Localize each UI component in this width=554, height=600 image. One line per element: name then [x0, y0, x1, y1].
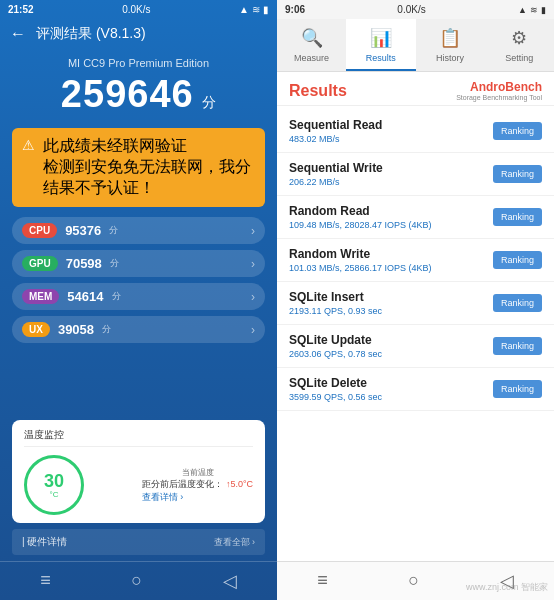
menu-icon[interactable]: ≡ [40, 570, 51, 592]
tab-history[interactable]: 📋 History [416, 19, 485, 71]
tab-setting[interactable]: ⚙ Setting [485, 19, 554, 71]
sqlite-insert-value: 2193.11 QPS, 0.93 sec [289, 306, 493, 316]
tab-measure[interactable]: 🔍 Measure [277, 19, 346, 71]
ux-score-value: 39058 [58, 322, 94, 337]
logo-andro: Andro [470, 80, 505, 94]
score-section: MI CC9 Pro Premium Edition 259646 分 [0, 49, 277, 128]
back-icon[interactable]: ◁ [223, 570, 237, 592]
hardware-label: | 硬件详情 [22, 535, 67, 549]
cpu-badge: CPU [22, 223, 57, 238]
temp-value: 30 [44, 472, 64, 490]
seq-read-value: 483.02 MB/s [289, 134, 493, 144]
seq-write-ranking-button[interactable]: Ranking [493, 165, 542, 183]
right-status-icons: ▲ ≋ ▮ [518, 5, 546, 15]
cpu-score-value: 95376 [65, 223, 101, 238]
sqlite-delete-value: 3599.59 QPS, 0.56 sec [289, 392, 493, 402]
right-home-icon[interactable]: ○ [408, 570, 419, 592]
androbench-logo: AndroBench Storage Benchmarking Tool [456, 80, 542, 101]
benchmark-random-read: Random Read 109.48 MB/s, 28028.47 IOPS (… [277, 196, 554, 239]
ux-badge: UX [22, 322, 50, 337]
cpu-score-item[interactable]: CPU 95376 分 › [12, 217, 265, 244]
benchmark-sequential-write: Sequential Write 206.22 MB/s Ranking [277, 153, 554, 196]
logo-subtitle: Storage Benchmarking Tool [456, 94, 542, 101]
benchmark-random-write: Random Write 101.03 MB/s, 25866.17 IOPS … [277, 239, 554, 282]
sqlite-update-value: 2603.06 QPS, 0.78 sec [289, 349, 493, 359]
left-time: 21:52 [8, 4, 34, 15]
history-icon: 📋 [439, 27, 461, 49]
mem-badge: MEM [22, 289, 59, 304]
ux-chevron-icon: › [251, 323, 255, 337]
sqlite-update-ranking-button[interactable]: Ranking [493, 337, 542, 355]
watermark: www.znj.com 智能家 [466, 581, 548, 594]
tab-history-label: History [436, 53, 464, 63]
rand-read-ranking-button[interactable]: Ranking [493, 208, 542, 226]
tab-results[interactable]: 📊 Results [346, 19, 415, 71]
sqlite-delete-ranking-button[interactable]: Ranking [493, 380, 542, 398]
gpu-badge: GPU [22, 256, 58, 271]
left-header: ← 评测结果 (V8.1.3) [0, 19, 277, 49]
benchmark-sqlite-insert: SQLite Insert 2193.11 QPS, 0.93 sec Rank… [277, 282, 554, 325]
benchmark-sqlite-delete: SQLite Delete 3599.59 QPS, 0.56 sec Rank… [277, 368, 554, 411]
right-network: 0.0K/s [397, 4, 425, 15]
left-panel: 21:52 0.0K/s ▲ ≋ ▮ ← 评测结果 (V8.1.3) MI CC… [0, 0, 277, 600]
benchmark-sqlite-update: SQLite Update 2603.06 QPS, 0.78 sec Rank… [277, 325, 554, 368]
warning-icon: ⚠ [22, 137, 35, 153]
score-items: CPU 95376 分 › GPU 70598 分 › MEM 54614 分 … [0, 217, 277, 420]
left-status-icons: ▲ ≋ ▮ [239, 4, 269, 15]
view-hardware-link[interactable]: 查看全部 › [214, 536, 255, 549]
right-menu-icon[interactable]: ≡ [317, 570, 328, 592]
rand-write-name: Random Write [289, 247, 493, 261]
ux-score-item[interactable]: UX 39058 分 › [12, 316, 265, 343]
sqlite-update-name: SQLite Update [289, 333, 493, 347]
back-button[interactable]: ← [10, 25, 26, 43]
seq-read-name: Sequential Read [289, 118, 493, 132]
signal-icon: ▲ [239, 4, 249, 15]
rand-read-value: 109.48 MB/s, 28028.47 IOPS (4KB) [289, 220, 493, 230]
results-header: Results AndroBench Storage Benchmarking … [277, 72, 554, 106]
left-status-bar: 21:52 0.0K/s ▲ ≋ ▮ [0, 0, 277, 19]
temperature-section: 温度监控 30 °C 当前温度 距分前后温度变化： ↑5.0°C 查看详情 › [12, 420, 265, 523]
results-icon: 📊 [370, 27, 392, 49]
gpu-score-value: 70598 [66, 256, 102, 271]
sqlite-delete-name: SQLite Delete [289, 376, 493, 390]
seq-read-ranking-button[interactable]: Ranking [493, 122, 542, 140]
temp-change-value: ↑5.0°C [226, 479, 253, 489]
results-title: Results [289, 82, 347, 100]
chevron-right-icon: › [252, 537, 255, 547]
mem-score-value: 54614 [67, 289, 103, 304]
view-temp-detail-link[interactable]: 查看详情 › [142, 491, 253, 504]
measure-icon: 🔍 [301, 27, 323, 49]
left-header-title: 评测结果 (V8.1.3) [36, 25, 146, 43]
nav-tabs: 🔍 Measure 📊 Results 📋 History ⚙ Setting [277, 19, 554, 72]
right-battery-icon: ▮ [541, 5, 546, 15]
battery-icon: ▮ [263, 4, 269, 15]
tab-results-label: Results [366, 53, 396, 63]
chevron-right-icon: › [180, 492, 183, 502]
sqlite-insert-ranking-button[interactable]: Ranking [493, 294, 542, 312]
rand-write-value: 101.03 MB/s, 25866.17 IOPS (4KB) [289, 263, 493, 273]
seq-write-value: 206.22 MB/s [289, 177, 493, 187]
device-name: MI CC9 Pro Premium Edition [0, 57, 277, 69]
seq-write-name: Sequential Write [289, 161, 493, 175]
main-score-container: 259646 分 [0, 73, 277, 116]
rand-write-ranking-button[interactable]: Ranking [493, 251, 542, 269]
tab-setting-label: Setting [505, 53, 533, 63]
mem-score-item[interactable]: MEM 54614 分 › [12, 283, 265, 310]
right-time: 9:06 [285, 4, 305, 15]
benchmark-sequential-read: Sequential Read 483.02 MB/s Ranking [277, 110, 554, 153]
sqlite-insert-name: SQLite Insert [289, 290, 493, 304]
right-panel: 9:06 0.0K/s ▲ ≋ ▮ 🔍 Measure 📊 Results 📋 … [277, 0, 554, 600]
cpu-chevron-icon: › [251, 224, 255, 238]
temp-header: 温度监控 [24, 428, 253, 447]
setting-icon: ⚙ [511, 27, 527, 49]
mem-chevron-icon: › [251, 290, 255, 304]
temp-change: 距分前后温度变化： ↑5.0°C [142, 478, 253, 491]
wifi-icon: ≋ [252, 4, 260, 15]
logo-bench: Bench [505, 80, 542, 94]
main-score: 259646 [61, 73, 194, 115]
tab-measure-label: Measure [294, 53, 329, 63]
warning-text: 此成绩未经联网验证 检测到安免免无法联网，我分结果不予认证！ [43, 136, 255, 199]
home-icon[interactable]: ○ [131, 570, 142, 592]
gpu-score-item[interactable]: GPU 70598 分 › [12, 250, 265, 277]
left-network: 0.0K/s [122, 4, 150, 15]
